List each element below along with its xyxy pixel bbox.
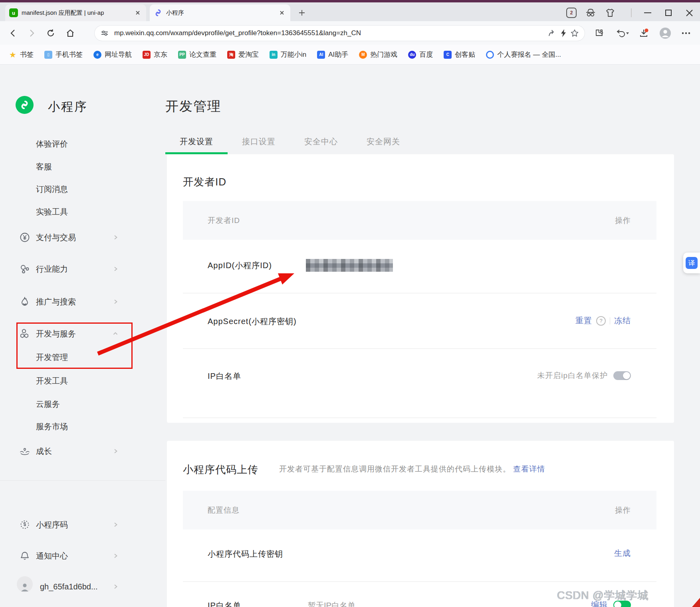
translate-fab[interactable]: 译 <box>683 253 700 273</box>
applet-code-icon <box>18 518 31 531</box>
bookmark-item[interactable]: M 热门游戏 <box>359 50 397 59</box>
site-settings-icon[interactable] <box>99 28 110 39</box>
growth-icon <box>18 445 31 458</box>
sidebar-item-payment[interactable]: 支付与交易 <box>0 229 148 245</box>
controls-separator <box>625 6 638 19</box>
row-divider <box>183 581 656 582</box>
download-icon[interactable] <box>637 27 650 40</box>
contest-favicon <box>486 51 494 59</box>
tab-dev-settings[interactable]: 开发设置 <box>165 133 228 153</box>
extensions-puzzle-icon[interactable] <box>593 27 605 40</box>
appid-label: AppID(小程序ID) <box>208 260 272 271</box>
tab-close-icon[interactable] <box>278 8 286 17</box>
bookmarks-bar: ★ 书签 ▯ 手机书签 e 网址导航 JD 京东 PP 论文查重 淘 爱淘宝 i… <box>0 45 700 65</box>
profile-avatar[interactable] <box>659 27 672 40</box>
bookmark-item[interactable]: 个人赛报名 — 全国... <box>486 50 561 59</box>
miniprogram-favicon <box>154 8 163 17</box>
upload-key-actions: 生成 <box>614 548 631 559</box>
browser-tab-uniapp[interactable]: u manifest.json 应用配置 | uni-ap <box>5 4 146 21</box>
chevron-right-icon <box>112 583 119 590</box>
browser-tab-strip: u manifest.json 应用配置 | uni-ap 小程序 2 <box>0 2 700 21</box>
table-header: 配置信息 操作 <box>183 491 656 529</box>
undo-history-icon[interactable] <box>614 27 631 40</box>
chevron-right-icon <box>112 552 119 559</box>
freeze-link[interactable]: 冻结 <box>614 315 631 326</box>
sidebar-item-growth[interactable]: 成长 <box>0 443 148 459</box>
bookmark-item[interactable]: C 创客贴 <box>444 50 475 59</box>
translate-icon: 译 <box>686 257 698 269</box>
row-divider <box>183 293 656 293</box>
browser-tab-miniprogram[interactable]: 小程序 <box>150 4 290 21</box>
sidebar-item-applet-code[interactable]: 小程序码 <box>0 517 148 533</box>
maximize-button[interactable] <box>662 6 675 19</box>
help-icon[interactable]: ? <box>596 316 606 326</box>
bookmark-star-icon[interactable] <box>569 28 580 39</box>
incognito-icon[interactable] <box>584 6 597 19</box>
home-icon[interactable] <box>64 27 77 40</box>
tab-title: manifest.json 应用配置 | uni-ap <box>22 9 104 17</box>
sidebar-divider <box>0 480 165 481</box>
bookmark-item[interactable]: du 百度 <box>408 50 433 59</box>
share-icon[interactable] <box>547 28 558 39</box>
close-button[interactable] <box>682 6 696 19</box>
appid-value-redacted <box>306 259 393 272</box>
bookmark-item[interactable]: PP 论文查重 <box>178 50 216 59</box>
bookmark-item[interactable]: ▯ 手机书签 <box>44 50 83 59</box>
ip-whitelist-actions: 未开启ip白名单保护 <box>537 370 631 381</box>
tab-security-center[interactable]: 安全中心 <box>290 133 352 153</box>
url-text[interactable]: mp.weixin.qq.com/wxamp/devprofile/get_pr… <box>114 29 547 37</box>
tab-api-settings[interactable]: 接口设置 <box>228 133 290 153</box>
sidebar-item-promotion-search[interactable]: 推广与搜索 <box>0 294 148 310</box>
sidebar-item-industry[interactable]: 行业能力 <box>0 261 148 277</box>
theme-shirt-icon[interactable] <box>603 6 617 19</box>
bookmark-item[interactable]: 淘 爱淘宝 <box>227 50 259 59</box>
forward-icon[interactable] <box>25 27 38 40</box>
back-icon[interactable] <box>7 27 20 40</box>
annotation-red-box <box>16 322 133 369</box>
bookmark-item[interactable]: in 万能小in <box>270 50 306 59</box>
tab-security-gateway[interactable]: 安全网关 <box>352 133 414 153</box>
sidebar-item-account[interactable]: gh_65fa1d6bd... <box>0 579 148 595</box>
screenshot-root: u manifest.json 应用配置 | uni-ap 小程序 2 <box>0 0 700 607</box>
reload-icon[interactable] <box>44 27 57 40</box>
sidebar-item-service-market[interactable]: 服务市场 <box>0 418 148 434</box>
uniapp-favicon: u <box>9 8 18 17</box>
ip-whitelist-label: IP白名单 <box>208 371 241 382</box>
csdn-watermark: CSDN @学城学城 <box>557 588 700 603</box>
bookmark-item[interactable]: ★ 书签 <box>9 50 34 59</box>
browser-menu-dots-icon[interactable] <box>680 27 692 40</box>
sidebar-item-experience-review[interactable]: 体验评价 <box>0 136 148 152</box>
section-title: 开发者ID <box>183 175 226 189</box>
taobao-favicon: 淘 <box>227 51 235 59</box>
sidebar-item-lab-tools[interactable]: 实验工具 <box>0 204 148 220</box>
bookmark-item[interactable]: AI AI助手 <box>317 50 348 59</box>
bookmark-item[interactable]: e 网址导航 <box>93 50 132 59</box>
sidebar-item-dev-tools[interactable]: 开发工具 <box>0 373 148 389</box>
upload-key-label: 小程序代码上传密钥 <box>208 549 283 559</box>
pp-favicon: PP <box>178 51 186 59</box>
bookmark-item[interactable]: JD 京东 <box>143 50 167 59</box>
view-details-link[interactable]: 查看详情 <box>513 465 545 473</box>
sidebar-item-notification-center[interactable]: 通知中心 <box>0 548 148 564</box>
ip-whitelist-label: IP白名单 <box>208 600 241 607</box>
ip-protection-toggle[interactable] <box>613 371 631 380</box>
row-divider <box>183 418 656 418</box>
generate-link[interactable]: 生成 <box>614 548 631 559</box>
tab-counter-badge[interactable]: 2 <box>565 6 578 19</box>
chevron-right-icon <box>112 448 119 455</box>
sidebar-item-customer-service[interactable]: 客服 <box>0 159 148 175</box>
games-favicon: M <box>359 51 367 59</box>
sidebar-item-subscribe-message[interactable]: 订阅消息 <box>0 181 148 197</box>
url-bar[interactable]: mp.weixin.qq.com/wxamp/devprofile/get_pr… <box>94 25 585 41</box>
bell-icon <box>18 549 31 562</box>
lightning-icon[interactable] <box>558 28 569 39</box>
jd-favicon: JD <box>143 51 151 59</box>
section-description: 开发者可基于配置信息调用微信开发者工具提供的代码上传模块。 查看详情 <box>279 464 545 474</box>
minimize-button[interactable] <box>641 6 654 19</box>
page-title: 开发管理 <box>165 98 221 115</box>
sidebar-item-cloud-service[interactable]: 云服务 <box>0 396 148 412</box>
tab-close-icon[interactable] <box>133 8 142 17</box>
reset-link[interactable]: 重置 <box>575 315 592 326</box>
new-tab-button[interactable] <box>296 7 307 18</box>
section-title: 小程序代码上传 <box>183 463 258 477</box>
